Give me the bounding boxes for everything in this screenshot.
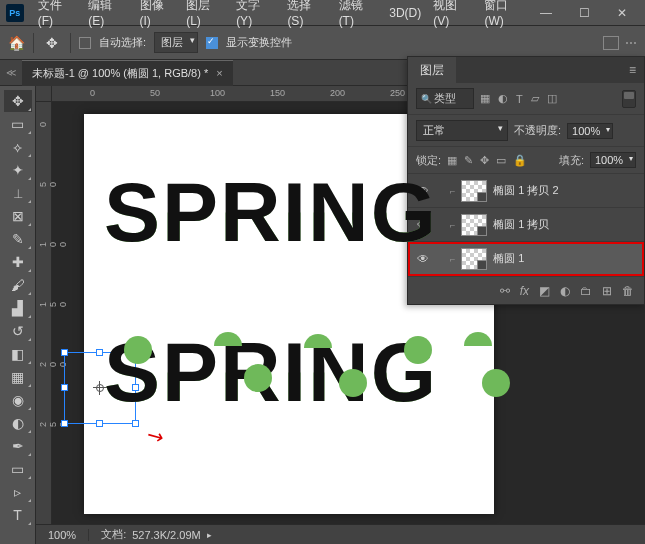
opacity-label: 不透明度: xyxy=(514,123,561,138)
ruler-vertical[interactable]: 0 50 100 150 200 250 xyxy=(36,102,52,528)
auto-select-target[interactable]: 图层 xyxy=(154,32,198,53)
filter-smart-icon[interactable]: ◫ xyxy=(547,92,557,105)
gradient-tool[interactable]: ▦ xyxy=(4,366,32,388)
layer-name[interactable]: 椭圆 1 拷贝 xyxy=(493,217,549,232)
spring-text-top: SPRING SPRING xyxy=(104,164,438,261)
layer-thumbnail[interactable] xyxy=(461,214,487,236)
menu-image[interactable]: 图像(I) xyxy=(134,0,181,32)
auto-select-label: 自动选择: xyxy=(99,35,146,50)
align-icon[interactable] xyxy=(603,36,619,50)
spring-text-bottom: SPRING SPRING xyxy=(104,324,438,421)
crop-tool[interactable]: ⟂ xyxy=(4,182,32,204)
layer-row[interactable]: 👁 ⌐ 椭圆 1 拷贝 xyxy=(408,208,644,242)
blur-tool[interactable]: ◉ xyxy=(4,389,32,411)
lock-all-icon[interactable]: 🔒 xyxy=(513,154,527,167)
layer-filter-kind[interactable]: 类型 xyxy=(416,88,474,109)
menu-3d[interactable]: 3D(D) xyxy=(383,2,427,24)
close-tab-icon[interactable]: × xyxy=(216,67,222,79)
collapse-panels-icon[interactable]: ≪ xyxy=(0,67,22,78)
layer-thumbnail[interactable] xyxy=(461,248,487,270)
canvas[interactable]: SPRING SPRING SPRING SPRING xyxy=(84,114,494,514)
menu-edit[interactable]: 编辑(E) xyxy=(82,0,133,32)
menu-window[interactable]: 窗口(W) xyxy=(478,0,533,32)
panel-menu-icon[interactable]: ≡ xyxy=(621,63,644,77)
layer-row-selected[interactable]: 👁 ⌐ 椭圆 1 xyxy=(408,242,644,276)
maximize-button[interactable]: ☐ xyxy=(571,6,597,20)
eyedropper-tool[interactable]: ✎ xyxy=(4,228,32,250)
layer-name[interactable]: 椭圆 1 xyxy=(493,251,524,266)
fill-input[interactable]: 100% xyxy=(590,152,636,168)
filter-adjust-icon[interactable]: ◐ xyxy=(498,92,508,105)
lock-transparency-icon[interactable]: ▦ xyxy=(447,154,457,167)
menu-filter[interactable]: 滤镜(T) xyxy=(333,0,384,32)
blend-mode-select[interactable]: 正常 xyxy=(416,120,508,141)
layer-row[interactable]: 👁 ⌐ 椭圆 1 拷贝 2 xyxy=(408,174,644,208)
opacity-input[interactable]: 100% xyxy=(567,123,613,139)
link-icon: ⌐ xyxy=(450,186,455,196)
lock-artboard-icon[interactable]: ▭ xyxy=(496,154,506,167)
close-button[interactable]: ✕ xyxy=(609,6,635,20)
marquee-tool[interactable]: ▭ xyxy=(4,113,32,135)
handle-bot-left[interactable] xyxy=(61,420,68,427)
link-layers-icon[interactable]: ⚯ xyxy=(500,284,510,298)
move-tool[interactable]: ✥ xyxy=(4,90,32,112)
shape-tool[interactable]: ▭ xyxy=(4,458,32,480)
show-transform-label: 显示变换控件 xyxy=(226,35,292,50)
filter-toggle[interactable] xyxy=(622,90,636,108)
path-select-tool[interactable]: ▹ xyxy=(4,481,32,503)
show-transform-checkbox[interactable] xyxy=(206,37,218,49)
frame-tool[interactable]: ⊠ xyxy=(4,205,32,227)
zoom-level[interactable]: 100% xyxy=(36,529,89,541)
lock-position-icon[interactable]: ✥ xyxy=(480,154,489,167)
layer-name[interactable]: 椭圆 1 拷贝 2 xyxy=(493,183,558,198)
layer-mask-icon[interactable]: ◩ xyxy=(539,284,550,298)
new-layer-icon[interactable]: ⊞ xyxy=(602,284,612,298)
filter-type-icon[interactable]: T xyxy=(516,93,523,105)
eraser-tool[interactable]: ◧ xyxy=(4,343,32,365)
layer-effects-icon[interactable]: fx xyxy=(520,284,529,298)
status-bar: 100% 文档: 527.3K/2.09M ▸ xyxy=(36,524,645,544)
pen-tool[interactable]: ✒ xyxy=(4,435,32,457)
tool-bar: ✥ ▭ ⟡ ✦ ⟂ ⊠ ✎ ✚ 🖌 ▟ ↺ ◧ ▦ ◉ ◐ ✒ ▭ ▹ T xyxy=(0,86,36,544)
menu-layer[interactable]: 图层(L) xyxy=(180,0,230,32)
history-brush-tool[interactable]: ↺ xyxy=(4,320,32,342)
doc-info-value: 527.3K/2.09M xyxy=(132,529,201,541)
lasso-tool[interactable]: ⟡ xyxy=(4,136,32,158)
delete-layer-icon[interactable]: 🗑 xyxy=(622,284,634,298)
home-icon[interactable]: 🏠 xyxy=(8,35,25,51)
handle-top-mid[interactable] xyxy=(96,349,103,356)
handle-bot-right[interactable] xyxy=(132,420,139,427)
stamp-tool[interactable]: ▟ xyxy=(4,297,32,319)
ruler-origin[interactable] xyxy=(36,86,52,102)
document-tab[interactable]: 未标题-1 @ 100% (椭圆 1, RGB/8) * × xyxy=(22,60,233,86)
menu-select[interactable]: 选择(S) xyxy=(281,0,332,32)
document-title: 未标题-1 @ 100% (椭圆 1, RGB/8) * xyxy=(32,66,208,81)
link-icon: ⌐ xyxy=(450,220,455,230)
magic-wand-tool[interactable]: ✦ xyxy=(4,159,32,181)
more-options-icon[interactable]: ⋯ xyxy=(625,36,637,50)
doc-info-menu-icon[interactable]: ▸ xyxy=(207,530,212,540)
adjustment-layer-icon[interactable]: ◐ xyxy=(560,284,570,298)
menu-view[interactable]: 视图(V) xyxy=(427,0,478,32)
filter-pixel-icon[interactable]: ▦ xyxy=(480,92,490,105)
layer-group-icon[interactable]: 🗀 xyxy=(580,284,592,298)
link-icon: ⌐ xyxy=(450,254,455,264)
minimize-button[interactable]: — xyxy=(533,6,559,20)
handle-bot-mid[interactable] xyxy=(96,420,103,427)
dodge-tool[interactable]: ◐ xyxy=(4,412,32,434)
handle-mid-left[interactable] xyxy=(61,384,68,391)
doc-info-label: 文档: xyxy=(101,527,126,542)
move-tool-icon: ✥ xyxy=(42,35,62,51)
handle-top-left[interactable] xyxy=(61,349,68,356)
healing-tool[interactable]: ✚ xyxy=(4,251,32,273)
layers-panel-footer: ⚯ fx ◩ ◐ 🗀 ⊞ 🗑 xyxy=(408,276,644,304)
menu-file[interactable]: 文件(F) xyxy=(32,0,83,32)
lock-pixels-icon[interactable]: ✎ xyxy=(464,154,473,167)
layer-thumbnail[interactable] xyxy=(461,180,487,202)
filter-shape-icon[interactable]: ▱ xyxy=(531,92,539,105)
brush-tool[interactable]: 🖌 xyxy=(4,274,32,296)
menu-type[interactable]: 文字(Y) xyxy=(230,0,281,32)
type-tool[interactable]: T xyxy=(4,504,32,526)
auto-select-checkbox[interactable] xyxy=(79,37,91,49)
panel-tab-layers[interactable]: 图层 xyxy=(408,57,456,84)
